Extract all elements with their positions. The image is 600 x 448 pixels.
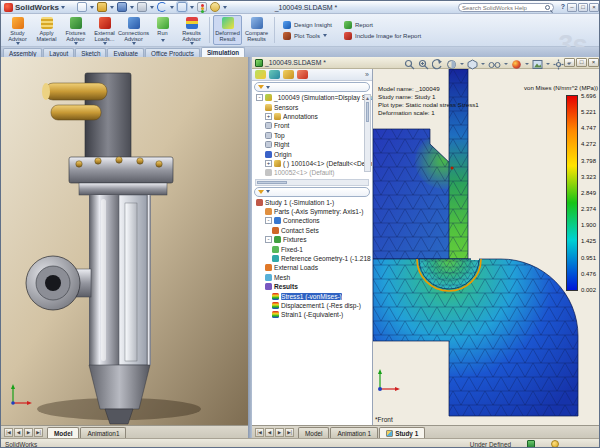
compare-results-button[interactable]: Compare Results bbox=[242, 15, 271, 45]
scrollbar-thumb[interactable] bbox=[257, 181, 287, 184]
last-tab-icon[interactable]: ▶| bbox=[34, 428, 43, 437]
expand-toggle[interactable] bbox=[256, 94, 263, 101]
dropdown-caret-icon[interactable] bbox=[481, 63, 485, 67]
doc-close-button[interactable]: × bbox=[588, 58, 599, 67]
tree-horizontal-scrollbar[interactable] bbox=[255, 179, 369, 186]
fixtures-advisor-button[interactable]: Fixtures Advisor bbox=[61, 15, 90, 45]
new-caret-icon[interactable] bbox=[90, 6, 94, 9]
new-document-icon[interactable] bbox=[77, 2, 87, 12]
edit-appearance-icon[interactable] bbox=[511, 59, 522, 70]
view-settings-icon[interactable] bbox=[553, 59, 564, 70]
study-item-root[interactable]: Study 1 (-Simulation 1-) bbox=[252, 198, 372, 207]
doc-restore-button[interactable]: □ bbox=[576, 58, 587, 67]
design-insight-button[interactable]: Design Insight bbox=[283, 21, 332, 29]
undo-icon[interactable] bbox=[157, 2, 167, 12]
study-item-parts[interactable]: Parts (-Axis Symmetry: Axis1-) bbox=[252, 207, 372, 216]
dropdown-caret-icon[interactable] bbox=[546, 63, 550, 67]
tree-item-component-100104[interactable]: ( ) 100104<1> (Default<<Default bbox=[252, 159, 372, 168]
tree-item-sensors[interactable]: Sensors bbox=[252, 102, 372, 111]
select-tool-icon[interactable] bbox=[177, 2, 187, 12]
app-logo[interactable]: SolidWorks bbox=[4, 3, 65, 12]
minimize-button[interactable]: – bbox=[567, 3, 577, 12]
study-item-external-loads[interactable]: External Loads bbox=[252, 263, 372, 272]
right-tab-study1[interactable]: Study 1 bbox=[379, 427, 425, 438]
deformed-result-button[interactable]: Deformed Result bbox=[213, 15, 242, 45]
tab-simulation[interactable]: Simulation bbox=[201, 47, 245, 57]
expand-toggle[interactable] bbox=[265, 236, 272, 243]
tab-sketch[interactable]: Sketch bbox=[75, 48, 106, 57]
apply-scene-icon[interactable] bbox=[532, 59, 543, 70]
first-tab-icon[interactable]: |◀ bbox=[255, 428, 264, 437]
select-caret-icon[interactable] bbox=[190, 6, 194, 9]
save-caret-icon[interactable] bbox=[130, 6, 134, 9]
dropdown-caret-icon[interactable] bbox=[504, 63, 508, 67]
right-tab-model[interactable]: Model bbox=[298, 427, 329, 438]
study-item-results[interactable]: Results bbox=[252, 282, 372, 291]
results-advisor-button[interactable]: Results Advisor bbox=[177, 15, 206, 45]
prev-tab-icon[interactable]: ◀ bbox=[265, 428, 274, 437]
study-item-displacement1[interactable]: Displacement1 (-Res disp-) bbox=[252, 301, 372, 310]
tree-item-annotations[interactable]: Annotations bbox=[252, 112, 372, 121]
left-tab-animation1[interactable]: Animation1 bbox=[80, 427, 126, 438]
display-style-icon[interactable] bbox=[467, 59, 478, 70]
study-item-reference-geometry[interactable]: Reference Geometry-1 (-1.218 in bbox=[252, 254, 372, 263]
tab-office-products[interactable]: Office Products bbox=[145, 48, 200, 57]
tree-item-assembly[interactable]: _100049 (Simulation=Display State 1 bbox=[252, 93, 372, 102]
status-quick-tips-icon[interactable] bbox=[551, 440, 559, 448]
tree-item-front-plane[interactable]: Front bbox=[252, 121, 372, 130]
tree-vertical-scrollbar[interactable]: ▲ bbox=[364, 94, 371, 172]
open-caret-icon[interactable] bbox=[110, 6, 114, 9]
study-item-strain1[interactable]: Strain1 (-Equivalent-) bbox=[252, 310, 372, 319]
first-tab-icon[interactable]: |◀ bbox=[4, 428, 13, 437]
dropdown-caret-icon[interactable] bbox=[525, 63, 529, 67]
filter-caret-icon[interactable] bbox=[266, 190, 270, 193]
external-loads-button[interactable]: External Loads... bbox=[90, 15, 119, 45]
tab-layout[interactable]: Layout bbox=[43, 48, 74, 57]
prev-tab-icon[interactable]: ◀ bbox=[14, 428, 23, 437]
undo-caret-icon[interactable] bbox=[170, 6, 174, 9]
panel-overflow-chevron-icon[interactable]: » bbox=[365, 71, 369, 78]
tab-assembly[interactable]: Assembly bbox=[3, 48, 42, 57]
search-icon[interactable] bbox=[545, 5, 550, 10]
dropdown-caret-icon[interactable] bbox=[567, 63, 571, 67]
filter-caret-icon[interactable] bbox=[266, 86, 270, 89]
zoom-to-area-icon[interactable] bbox=[418, 59, 429, 70]
study-item-mesh[interactable]: Mesh bbox=[252, 273, 372, 282]
maximize-button[interactable]: □ bbox=[578, 3, 588, 12]
study-item-contact-sets[interactable]: Contact Sets bbox=[252, 226, 372, 235]
expand-toggle[interactable] bbox=[265, 160, 272, 167]
display-manager-tab-icon[interactable] bbox=[297, 70, 308, 79]
tree-item-right-plane[interactable]: Right bbox=[252, 140, 372, 149]
print-caret-icon[interactable] bbox=[150, 6, 154, 9]
last-tab-icon[interactable]: ▶| bbox=[285, 428, 294, 437]
section-view-icon[interactable] bbox=[446, 59, 457, 70]
tree-item-top-plane[interactable]: Top bbox=[252, 131, 372, 140]
open-document-icon[interactable] bbox=[97, 2, 107, 12]
property-manager-tab-icon[interactable] bbox=[269, 70, 280, 79]
search-input[interactable] bbox=[462, 5, 543, 11]
study-tree-filter[interactable] bbox=[254, 187, 370, 197]
help-button[interactable]: ? bbox=[561, 3, 565, 10]
previous-view-icon[interactable] bbox=[432, 59, 443, 70]
tree-item-origin[interactable]: Origin bbox=[252, 149, 372, 158]
study-item-fixed-1[interactable]: Fixed-1 bbox=[252, 244, 372, 253]
results-viewport[interactable]: Model name: _100049 Study name: Study 1 … bbox=[373, 69, 600, 425]
expand-toggle[interactable] bbox=[265, 113, 272, 120]
scrollbar-thumb[interactable] bbox=[366, 102, 369, 122]
feature-manager-tab-icon[interactable] bbox=[255, 70, 266, 79]
feature-tree-filter[interactable] bbox=[254, 82, 370, 92]
plot-tools-button[interactable]: Plot Tools bbox=[283, 32, 332, 40]
status-sheet-icon[interactable] bbox=[527, 440, 535, 448]
connections-advisor-button[interactable]: Connections Advisor bbox=[119, 15, 148, 45]
next-tab-icon[interactable]: ▶ bbox=[24, 428, 33, 437]
tab-evaluate[interactable]: Evaluate bbox=[107, 48, 144, 57]
expand-toggle[interactable] bbox=[265, 217, 272, 224]
dropdown-caret-icon[interactable] bbox=[161, 39, 165, 44]
left-tab-model[interactable]: Model bbox=[47, 427, 79, 438]
zoom-to-fit-icon[interactable] bbox=[404, 59, 415, 70]
run-button[interactable]: Run bbox=[148, 15, 177, 45]
right-tab-animation1[interactable]: Animation 1 bbox=[330, 427, 378, 438]
dropdown-caret-icon[interactable] bbox=[460, 63, 464, 67]
report-button[interactable]: Report bbox=[344, 21, 421, 29]
hide-show-items-icon[interactable] bbox=[488, 59, 501, 70]
